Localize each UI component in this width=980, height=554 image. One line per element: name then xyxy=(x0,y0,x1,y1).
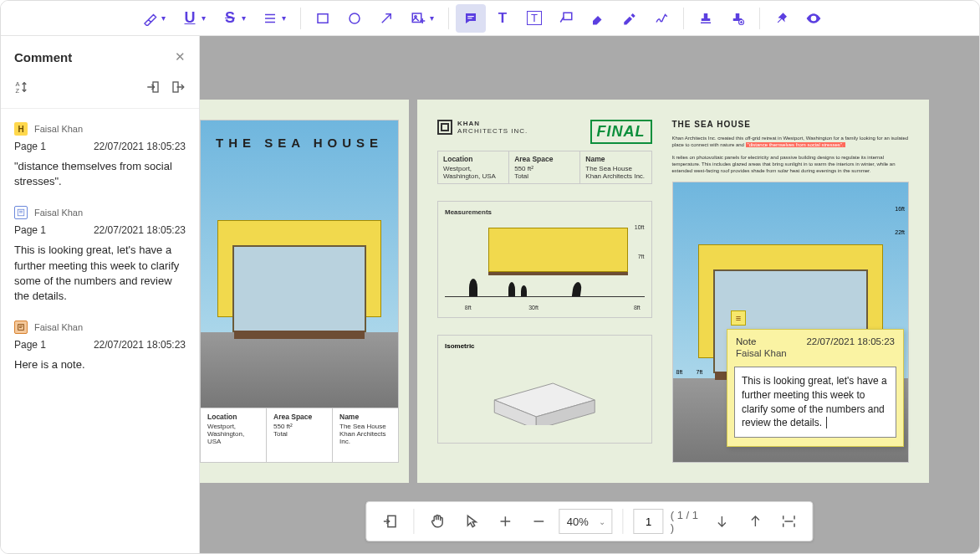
signature-tool[interactable] xyxy=(646,4,676,33)
note-annotation-icon[interactable]: ≡ xyxy=(731,310,746,326)
note-author: Faisal Khan xyxy=(727,348,903,363)
ink-tool[interactable] xyxy=(615,4,645,33)
doc-right-title: THE SEA HOUSE xyxy=(672,120,910,129)
comment-author: Faisal Khan xyxy=(34,124,83,134)
rectangle-tool[interactable] xyxy=(308,4,338,33)
final-stamp: FINAL xyxy=(590,120,652,144)
pan-tool-icon[interactable] xyxy=(425,506,452,536)
stamp-add-tool[interactable] xyxy=(722,4,753,33)
note-body-input[interactable]: This is looking great, let's have a furt… xyxy=(734,367,896,438)
comment-author: Faisal Khan xyxy=(34,208,83,218)
svg-line-5 xyxy=(382,13,391,23)
note-header-label: Note xyxy=(736,336,756,346)
image-tool[interactable] xyxy=(403,4,433,33)
svg-rect-14 xyxy=(702,18,711,21)
svg-point-4 xyxy=(350,13,360,23)
close-icon[interactable]: ✕ xyxy=(175,49,186,64)
strikeout-dropdown[interactable]: ▾ xyxy=(242,13,253,23)
highlighter-dropdown[interactable]: ▾ xyxy=(161,13,173,23)
svg-rect-3 xyxy=(318,13,328,23)
sidebar-title: Comment xyxy=(14,50,72,64)
comment-sidebar: Comment ✕ AZ H Faisal Khan Page 1 22/07/… xyxy=(1,36,200,553)
comment-list: H Faisal Khan Page 1 22/07/2021 18:05:23… xyxy=(1,109,199,392)
comment-body: Here is a note. xyxy=(14,357,186,372)
textbox-tool[interactable]: T xyxy=(519,4,549,33)
ellipse-tool[interactable] xyxy=(339,4,370,33)
image-dropdown[interactable]: ▾ xyxy=(430,13,442,23)
comment-body: "distance themselves from social stresse… xyxy=(14,159,186,189)
note-timestamp: 22/07/2021 18:05:23 xyxy=(806,336,895,346)
next-page-icon[interactable] xyxy=(708,506,735,536)
svg-rect-16 xyxy=(736,13,740,18)
zoom-in-icon[interactable] xyxy=(492,506,518,536)
list-tool[interactable] xyxy=(255,4,285,33)
logo: KHANARCHITECTS INC. xyxy=(437,120,528,135)
sort-icon[interactable]: AZ xyxy=(13,78,31,96)
toggle-sidebar-icon[interactable] xyxy=(376,506,403,536)
visibility-tool[interactable] xyxy=(799,4,829,33)
note-popup[interactable]: Note 22/07/2021 18:05:23 Faisal Khan Thi… xyxy=(727,329,904,447)
comment-page: Page 1 xyxy=(14,224,46,236)
zoom-out-icon[interactable] xyxy=(526,506,553,536)
underline-dropdown[interactable]: ▾ xyxy=(202,13,213,23)
underline-tool[interactable]: U xyxy=(175,4,205,33)
fit-width-icon[interactable] xyxy=(775,506,802,536)
comment-page: Page 1 xyxy=(14,339,46,351)
comment-timestamp: 22/07/2021 18:05:23 xyxy=(94,339,186,351)
svg-rect-6 xyxy=(412,13,421,23)
highlight-icon: H xyxy=(14,122,28,136)
list-dropdown[interactable]: ▾ xyxy=(282,13,293,23)
export-icon[interactable] xyxy=(169,78,187,96)
comment-tool[interactable] xyxy=(456,4,486,33)
comment-timestamp: 22/07/2021 18:05:23 xyxy=(94,141,186,152)
page-input[interactable] xyxy=(634,509,664,534)
comment-item[interactable]: Faisal Khan Page 1 22/07/2021 18:05:23 T… xyxy=(14,201,186,315)
comment-body: This is looking great, let's have a furt… xyxy=(14,243,186,304)
comment-item[interactable]: Faisal Khan Page 1 22/07/2021 18:05:23 H… xyxy=(14,315,186,384)
import-icon[interactable] xyxy=(144,78,162,96)
measurements-panel: Measurements 8ft 30ft 8ft 10ft 7ft xyxy=(437,201,652,318)
comment-author: Faisal Khan xyxy=(34,322,83,332)
highlighter-tool[interactable] xyxy=(135,4,165,33)
strikeout-tool[interactable]: S xyxy=(215,4,245,33)
comment-item[interactable]: H Faisal Khan Page 1 22/07/2021 18:05:23… xyxy=(14,117,186,201)
pin-tool[interactable] xyxy=(767,4,797,33)
zoom-select[interactable]: 40%⌄ xyxy=(559,509,613,534)
svg-rect-12 xyxy=(564,13,572,19)
select-tool-icon[interactable] xyxy=(458,506,485,536)
page-count: ( 1 / 1 ) xyxy=(671,509,702,534)
prev-page-icon[interactable] xyxy=(742,506,768,536)
text-tool[interactable]: T xyxy=(487,4,518,33)
svg-text:Z: Z xyxy=(16,87,20,95)
note-comment-icon xyxy=(14,206,28,219)
svg-rect-15 xyxy=(701,22,711,23)
svg-rect-11 xyxy=(467,18,472,18)
stamp-tool[interactable] xyxy=(691,4,721,33)
arrow-tool[interactable] xyxy=(371,4,401,33)
isometric-panel: Isometric xyxy=(437,335,652,444)
eraser-tool[interactable] xyxy=(583,4,613,33)
comment-timestamp: 22/07/2021 18:05:23 xyxy=(94,224,186,236)
sticky-comment-icon xyxy=(14,321,28,334)
annotation-toolbar: ▾ U ▾ S ▾ ▾ ▾ T T xyxy=(1,1,979,36)
callout-tool[interactable] xyxy=(551,4,581,33)
comment-page: Page 1 xyxy=(14,141,46,152)
doc-right-text: Khan Architects Inc. created this off-gr… xyxy=(672,136,910,175)
view-controls-bar: 40%⌄ ( 1 / 1 ) xyxy=(365,501,813,541)
svg-rect-10 xyxy=(467,16,474,17)
svg-rect-13 xyxy=(704,13,708,18)
doc-hero-title: THE SEA HOUSE xyxy=(201,121,398,150)
document-viewer[interactable]: THE SEA HOUSE LocationWestport,Washingto… xyxy=(200,36,979,553)
